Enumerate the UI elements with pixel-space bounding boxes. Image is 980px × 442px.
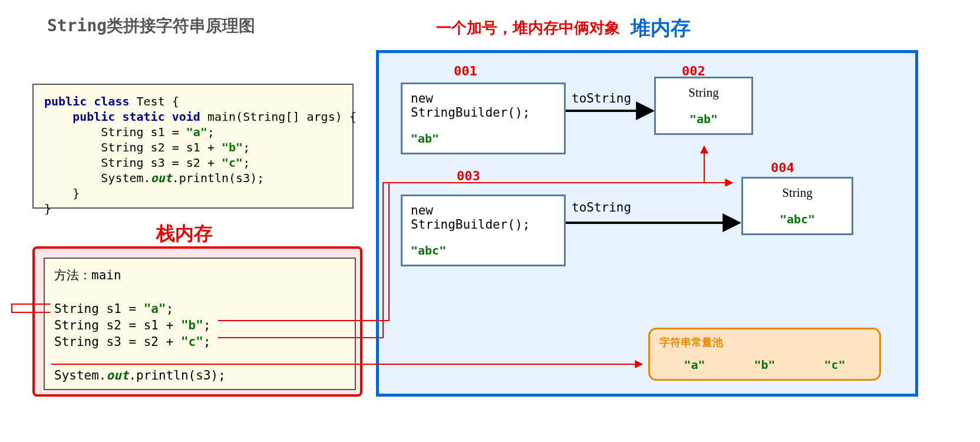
- heap-text: "abc": [751, 212, 843, 226]
- heap-text: String: [751, 186, 843, 200]
- code-text: String s1 =: [44, 125, 186, 139]
- code-panel: public class Test { public static void m…: [32, 84, 354, 209]
- stack-text: .println(s3);: [128, 368, 225, 382]
- heap-text: "ab": [411, 131, 556, 146]
- code-text: main(String[] args) {: [200, 110, 357, 124]
- pool-item: "a": [684, 358, 705, 372]
- title-stack: 栈内存: [156, 221, 213, 247]
- title-main: String类拼接字符串原理图: [47, 15, 255, 37]
- addr-001: 001: [454, 64, 477, 78]
- stack-text: ;: [203, 335, 211, 349]
- heap-box-003: new StringBuilder(); "abc": [401, 194, 566, 266]
- code-text: public class: [44, 94, 130, 108]
- heap-text: new StringBuilder();: [411, 91, 556, 120]
- stack-panel: 方法：main String s1 = "a"; String s2 = s1 …: [32, 246, 362, 397]
- stack-text: ;: [203, 318, 211, 332]
- heap-text: String: [664, 85, 743, 100]
- stack-text: "b": [181, 318, 203, 332]
- toString-label-1: toString: [572, 91, 631, 105]
- toString-label-2: toString: [572, 200, 631, 215]
- stack-text: String s3 = s2 +: [54, 335, 181, 349]
- heap-box-004: String "abc": [741, 177, 853, 235]
- stack-text: String s1 =: [54, 302, 144, 316]
- heap-text: new StringBuilder();: [411, 203, 556, 232]
- code-text: "b": [222, 140, 243, 154]
- code-text: ;: [243, 140, 250, 154]
- addr-003: 003: [457, 169, 480, 183]
- code-text: }: [44, 202, 51, 216]
- code-text: Test {: [130, 94, 179, 108]
- stack-text: String s2 = s1 +: [54, 318, 181, 332]
- stack-inner: 方法：main String s1 = "a"; String s2 = s1 …: [44, 258, 356, 390]
- code-text: public static void: [44, 110, 200, 124]
- stack-text: out: [107, 368, 129, 382]
- code-text: String s3 = s2 +: [44, 156, 222, 170]
- code-text: ;: [243, 156, 250, 170]
- stack-text: ;: [166, 302, 174, 316]
- stack-text: "c": [181, 335, 203, 349]
- code-text: "a": [186, 125, 207, 139]
- code-text: ;: [207, 125, 215, 139]
- code-text: "c": [222, 156, 243, 170]
- heap-text: "ab": [664, 112, 743, 126]
- heap-box-001: new StringBuilder(); "ab": [401, 83, 566, 154]
- code-text: .println(s3);: [172, 171, 265, 185]
- title-heap: 堆内存: [631, 15, 691, 42]
- pool-item: "b": [754, 358, 775, 372]
- addr-004: 004: [771, 160, 794, 175]
- string-pool: 字符串常量池 "a" "b" "c": [648, 328, 881, 381]
- heap-text: "abc": [411, 243, 556, 258]
- stack-text: 方法：main: [54, 268, 121, 282]
- title-caption: 一个加号，堆内存中俩对象: [436, 18, 620, 38]
- pool-title: 字符串常量池: [659, 335, 870, 349]
- heap-box-002: String "ab": [654, 77, 753, 135]
- code-text: String s2 = s1 +: [44, 140, 222, 154]
- code-text: out: [151, 171, 172, 185]
- stack-text: System.: [54, 368, 107, 382]
- code-text: }: [44, 186, 80, 200]
- code-text: System.: [44, 171, 151, 185]
- stack-text: "a": [144, 302, 166, 316]
- pool-item: "c": [824, 358, 845, 372]
